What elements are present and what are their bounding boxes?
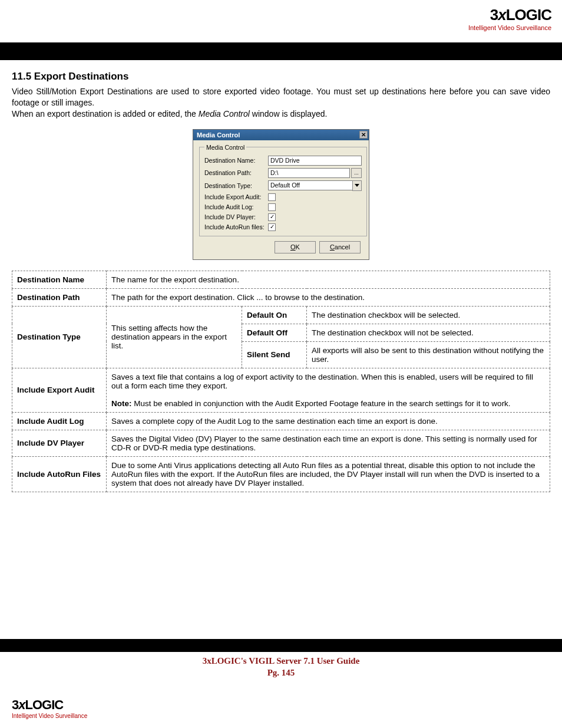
chevron-down-icon[interactable] xyxy=(352,180,362,191)
input-dest-name[interactable] xyxy=(268,156,362,166)
fieldset-legend: Media Control xyxy=(204,144,246,151)
label-dv-player: Include DV Player: xyxy=(204,213,268,220)
footer-text: 3xLOGIC's VIGIL Server 7.1 User Guide Pg… xyxy=(0,655,562,678)
dialog-title-text: Media Control xyxy=(197,131,240,139)
ok-button[interactable]: OK xyxy=(275,241,316,253)
top-black-bar xyxy=(0,42,562,60)
settings-table: Destination Name The name for the export… xyxy=(12,271,550,492)
media-control-dialog: Media Control ✕ Media Control Destinatio… xyxy=(193,129,369,260)
row-header: Include DV Player xyxy=(12,430,107,456)
subrow-header: Default On xyxy=(242,306,307,324)
cancel-button[interactable]: Cancel xyxy=(319,241,361,253)
logo-tagline: Intelligent Video Surveillance xyxy=(468,24,551,31)
checkbox-export-audit[interactable] xyxy=(268,193,276,201)
subrow-desc: The destination checkbox will not be sel… xyxy=(307,324,550,341)
logo-text: 3xLOGIC xyxy=(468,6,551,24)
row-header: Destination Type xyxy=(12,306,107,368)
select-dest-type[interactable] xyxy=(268,180,352,190)
row-header: Destination Path xyxy=(12,288,107,306)
row-desc: Saves a complete copy of the Audit Log t… xyxy=(107,412,550,430)
row-desc: Saves a text file that contains a log of… xyxy=(107,368,550,412)
label-export-audit: Include Export Audit: xyxy=(204,193,268,200)
row-desc: Due to some Anti Virus applications dete… xyxy=(107,456,550,492)
subrow-header: Default Off xyxy=(242,324,307,341)
label-audit-log: Include Audit Log: xyxy=(204,203,268,210)
row-header: Include AutoRun Files xyxy=(12,456,107,492)
intro-para-1: Video Still/Motion Export Destinations a… xyxy=(12,86,550,108)
dialog-titlebar: Media Control ✕ xyxy=(193,130,369,140)
row-desc: The path for the export destination. Cli… xyxy=(107,288,550,306)
label-autorun: Include AutoRun files: xyxy=(204,223,268,230)
header-logo: 3xLOGIC Intelligent Video Surveillance xyxy=(468,6,551,31)
section-heading: 11.5 Export Destinations xyxy=(12,71,550,83)
row-desc: Saves the Digital Video (DV) Player to t… xyxy=(107,430,550,456)
input-dest-path[interactable] xyxy=(268,168,350,178)
subrow-header: Silent Send xyxy=(242,341,307,368)
checkbox-dv-player[interactable]: ✓ xyxy=(268,213,276,221)
browse-button[interactable]: ... xyxy=(351,168,362,178)
subrow-desc: The destination checkbox will be selecte… xyxy=(307,306,550,324)
subrow-desc: All exports will also be sent to this de… xyxy=(307,341,550,368)
row-header: Destination Name xyxy=(12,271,107,288)
footer-black-bar xyxy=(0,639,562,652)
row-desc: This setting affects how the destination… xyxy=(107,306,242,368)
close-icon[interactable]: ✕ xyxy=(359,131,368,139)
checkbox-audit-log[interactable] xyxy=(268,203,276,211)
label-dest-path: Destination Path: xyxy=(204,169,268,176)
label-dest-type: Destination Type: xyxy=(204,182,268,189)
footer-logo: 3xLOGIC Intelligent Video Surveillance xyxy=(12,697,87,719)
row-header: Include Audit Log xyxy=(12,412,107,430)
label-dest-name: Destination Name: xyxy=(204,157,268,164)
row-header: Include Export Audit xyxy=(12,368,107,412)
checkbox-autorun[interactable]: ✓ xyxy=(268,223,276,231)
intro-para-2: When an export destination is added or e… xyxy=(12,108,550,120)
row-desc: The name for the export destination. xyxy=(107,271,550,288)
